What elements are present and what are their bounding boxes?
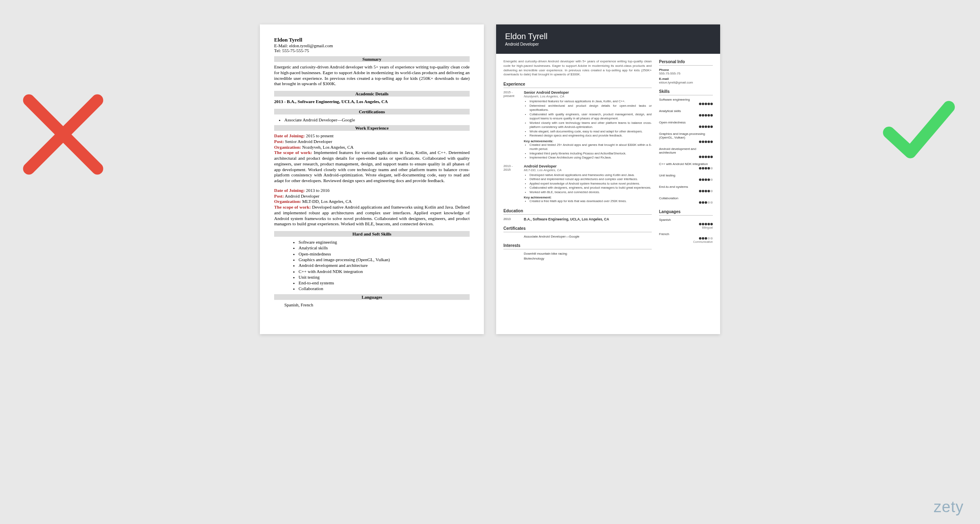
section-interests: Interests xyxy=(503,243,652,249)
skill-item: Analytical skills xyxy=(659,109,713,117)
header: Eldon Tyrell Android Developer xyxy=(496,24,720,54)
section-experience: Experience xyxy=(503,82,652,88)
email-value: eldon.tyrell@gmail.com xyxy=(289,43,333,48)
section-academic: Academic Details xyxy=(274,91,470,97)
resume-page-bad: Eldon Tyrell E-Mail: eldon.tyrell@gmail.… xyxy=(260,24,484,334)
skill-item: Graphics and image-processing (OpenGL, V… xyxy=(659,132,713,144)
phone-value: 555-75-555-75 xyxy=(659,72,713,75)
skill-item: Collaboration xyxy=(299,286,470,291)
work-experience-list: Date of Joining: 2015 to presentPost: Se… xyxy=(274,133,470,227)
contact-block: E-Mail: eldon.tyrell@gmail.com Tel: 555-… xyxy=(274,43,470,53)
main-column: Energetic and curiosity-driven Android d… xyxy=(496,54,659,267)
skill-item: Software engineering xyxy=(299,239,470,245)
section-languages: Languages xyxy=(274,294,470,300)
cert-item: Associate Android Developer—Google xyxy=(284,117,470,123)
check-mark-icon xyxy=(876,86,962,171)
name: Eldon Tyrell xyxy=(274,37,470,43)
skill-item: Collaboration xyxy=(659,196,713,205)
skills-list: Software engineeringAnalytical skillsOpe… xyxy=(274,239,470,292)
skill-item: Graphics and image-processing (OpenGL, V… xyxy=(299,257,470,262)
resume-page-good: Eldon Tyrell Android Developer Energetic… xyxy=(496,24,720,334)
job-title: Android Developer xyxy=(505,42,711,46)
skill-item: Unit testing xyxy=(659,174,713,182)
skill-item: C++ with Android NDK integration xyxy=(299,269,470,274)
section-skills: Hard and Soft Skills xyxy=(274,231,470,237)
edu-degree: B.A., Software Engineering, UCLA, Los An… xyxy=(524,217,609,221)
skill-item: Open-mindedness xyxy=(299,251,470,257)
phone-label: Phone xyxy=(659,68,713,72)
interest-item: Biotechnology xyxy=(524,257,652,260)
columns: Energetic and curiosity-driven Android d… xyxy=(496,54,720,267)
tel-label: Tel: xyxy=(274,48,281,53)
skill-item: End-to-end systems xyxy=(299,280,470,286)
skill-item: Open-mindedness xyxy=(659,121,713,129)
summary-text: Energetic and curiosity-driven Android d… xyxy=(274,64,470,87)
name: Eldon Tyrell xyxy=(505,32,711,41)
edu-year: 2013 xyxy=(503,217,524,221)
skill-item: C++ with Android NDK integration xyxy=(659,162,713,170)
job-block: Date of Joining: 2015 to presentPost: Se… xyxy=(274,133,470,184)
language-item: FrenchCommunicative xyxy=(659,232,713,243)
skill-item: Android development and architecture xyxy=(659,147,713,159)
language-item: SpanishBilingual xyxy=(659,218,713,229)
section-education: Education xyxy=(503,209,652,215)
skill-item: Analytical skills xyxy=(299,245,470,251)
cert-list: Associate Android Developer—Google xyxy=(503,235,652,238)
brand-logo: zety xyxy=(934,498,964,516)
skill-item: Unit testing xyxy=(299,274,470,280)
x-mark-icon xyxy=(14,86,112,183)
job-block: 2013 -2015Android DeveloperMLT-DD, Los A… xyxy=(503,164,652,204)
skills-list: Software engineeringAnalytical skillsOpe… xyxy=(659,98,713,205)
side-column: Personal Info Phone 555-75-555-75 E-mail… xyxy=(659,54,720,267)
section-languages: Languages xyxy=(659,209,713,216)
language-list: SpanishBilingualFrenchCommunicative xyxy=(659,218,713,243)
skill-item: Android development and architecture xyxy=(299,262,470,268)
section-personal-info: Personal Info xyxy=(659,59,713,66)
email-label: E-mail xyxy=(659,77,713,81)
email-label: E-Mail: xyxy=(274,43,288,48)
languages-text: Spanish, French xyxy=(274,302,470,308)
cert-item: Associate Android Developer—Google xyxy=(524,235,652,238)
job-block: Date of Joining: 2013 to 2016Post: Andro… xyxy=(274,188,470,227)
pages-container: Eldon Tyrell E-Mail: eldon.tyrell@gmail.… xyxy=(57,24,923,334)
summary-text: Energetic and curiosity-driven Android d… xyxy=(503,59,652,77)
cert-list: Associate Android Developer—Google xyxy=(274,117,470,123)
education-row: 2013 B.A., Software Engineering, UCLA, L… xyxy=(503,217,652,221)
tel-value: 555-75-555-75 xyxy=(282,48,309,53)
section-certificates: Certificates xyxy=(503,226,652,232)
skill-item: End-to-end systems xyxy=(659,185,713,193)
job-block: 2015 -presentSenior Android DeveloperNoz… xyxy=(503,90,652,160)
interest-item: Downhill mountain bike racing xyxy=(524,252,652,255)
skill-item: Software engineering xyxy=(659,98,713,106)
interest-list: Downhill mountain bike racingBiotechnolo… xyxy=(503,252,652,260)
academic-text: 2013 - B.A., Software Engineering, UCLA,… xyxy=(274,99,470,105)
section-skills: Skills xyxy=(659,89,713,95)
email-value: eldon.tyrell@gmail.com xyxy=(659,81,713,84)
section-summary: Summary xyxy=(274,56,470,62)
section-work: Work Experience xyxy=(274,125,470,131)
section-certs: Certifications xyxy=(274,109,470,114)
job-list: 2015 -presentSenior Android DeveloperNoz… xyxy=(503,90,652,204)
